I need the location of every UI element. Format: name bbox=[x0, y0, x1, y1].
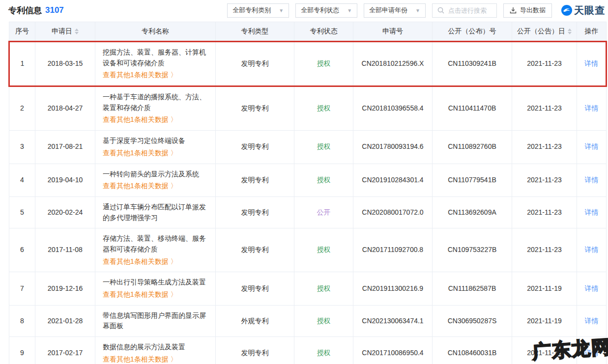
cell-application-number: CN201810396558.4 bbox=[353, 86, 433, 131]
cell-index: 3 bbox=[9, 131, 35, 164]
cell-index: 8 bbox=[9, 305, 35, 336]
cell-action: 详情 bbox=[577, 305, 607, 336]
related-data-link[interactable]: 查看其他1条相关数据 〉 bbox=[103, 148, 177, 159]
cell-publication-date: 2021-11-23 bbox=[512, 164, 577, 196]
sort-icon[interactable] bbox=[568, 28, 572, 34]
tianyancha-logo-text: 天眼查 bbox=[574, 4, 605, 17]
table-row: 1 2018-03-15 挖掘方法、装置、服务器、计算机设备和可读存储介质 查看… bbox=[9, 42, 607, 86]
col-patent-type: 专利类型 bbox=[216, 22, 294, 42]
cell-patent-type: 发明专利 bbox=[216, 131, 294, 164]
cell-patent-status: 公开 bbox=[294, 196, 353, 228]
cell-index: 9 bbox=[9, 337, 35, 364]
sort-icon[interactable] bbox=[75, 28, 79, 34]
cell-publication-number: CN113692609A bbox=[433, 196, 512, 228]
cell-publication-date: 2021-11-23 bbox=[512, 86, 577, 131]
related-data-link[interactable]: 查看其他1条相关数据 〉 bbox=[103, 354, 177, 364]
cell-publication-number: CN110309241B bbox=[433, 42, 512, 86]
cell-application-number: CN201710086950.4 bbox=[353, 337, 433, 364]
cell-index: 1 bbox=[9, 42, 35, 86]
table-row: 3 2017-08-21 基于深度学习定位终端设备 查看其他1条相关数据 〉 发… bbox=[9, 131, 607, 164]
related-data-link[interactable]: 查看其他1条相关数据 〉 bbox=[103, 256, 177, 267]
cell-index: 7 bbox=[9, 272, 35, 305]
cell-patent-type: 外观专利 bbox=[216, 305, 294, 336]
filter-patent-category[interactable]: 全部专利类别 ▼ bbox=[227, 3, 289, 18]
related-data-link[interactable]: 查看其他1条相关数据 〉 bbox=[103, 114, 177, 125]
patent-name: 通过订单车辆分布匹配以订单派发的多代理增强学习 bbox=[103, 202, 209, 223]
cell-publication-date: 2021-11-19 bbox=[512, 272, 577, 305]
search-input[interactable] bbox=[447, 6, 492, 15]
cell-application-number: CN201780093194.6 bbox=[353, 131, 433, 164]
cell-publication-date: 2021-11-23 bbox=[512, 196, 577, 228]
detail-link[interactable]: 详情 bbox=[585, 317, 599, 325]
export-data-button[interactable]: 导出数据 bbox=[503, 3, 552, 18]
cell-publication-date: 2021-11-23 bbox=[512, 228, 577, 272]
cell-index: 5 bbox=[9, 196, 35, 228]
tianyancha-logo-icon bbox=[561, 5, 572, 16]
cell-patent-name: 通过订单车辆分布匹配以订单派发的多代理增强学习 bbox=[95, 196, 216, 228]
cell-patent-status: 授权 bbox=[294, 337, 353, 364]
detail-link[interactable]: 详情 bbox=[585, 104, 599, 112]
cell-patent-name: 一种出行引导策略生成方法及装置 查看其他1条相关数据 〉 bbox=[95, 272, 216, 305]
patent-name: 基于深度学习定位终端设备 bbox=[103, 136, 209, 146]
related-data-link[interactable]: 查看其他1条相关数据 〉 bbox=[103, 181, 177, 192]
cell-patent-name: 基于深度学习定位终端设备 查看其他1条相关数据 〉 bbox=[95, 131, 216, 164]
table-row: 7 2019-12-16 一种出行引导策略生成方法及装置 查看其他1条相关数据 … bbox=[9, 272, 607, 305]
detail-link[interactable]: 详情 bbox=[585, 349, 599, 357]
detail-link[interactable]: 详情 bbox=[585, 142, 599, 150]
status-badge: 公开 bbox=[317, 208, 331, 216]
cell-patent-type: 发明专利 bbox=[216, 86, 294, 131]
filter-patent-status-label: 全部专利状态 bbox=[301, 6, 339, 15]
table-header-row: 序号 申请日 专利名称 专利类型 专利状态 申请号 公开（公布）号 公开（公告）… bbox=[9, 22, 607, 42]
col-patent-status: 专利状态 bbox=[294, 22, 353, 42]
cell-patent-type: 发明专利 bbox=[216, 337, 294, 364]
detail-link[interactable]: 详情 bbox=[585, 246, 599, 253]
cell-publication-number: CN110411470B bbox=[433, 86, 512, 131]
cell-patent-type: 发明专利 bbox=[216, 228, 294, 272]
cell-application-date: 2019-12-16 bbox=[35, 272, 95, 305]
cell-patent-status: 授权 bbox=[294, 272, 353, 305]
patent-name: 一种转向箭头的显示方法及系统 bbox=[103, 169, 209, 180]
cell-publication-number: CN108460031B bbox=[433, 337, 512, 364]
patent-name: 存储方法、装置、移动终端、服务器和可读存储介质 bbox=[103, 233, 209, 254]
related-data-link[interactable]: 查看其他1条相关数据 〉 bbox=[103, 70, 177, 81]
cell-application-date: 2017-11-08 bbox=[35, 228, 95, 272]
cell-application-number: CN202080017072.0 bbox=[353, 196, 433, 228]
patent-name: 一种基于车道的播报系统、方法、装置和存储介质 bbox=[103, 92, 209, 113]
toolbar: 专利信息 3107 全部专利类别 ▼ 全部专利状态 ▼ 全部申请年份 ▼ 导出数… bbox=[0, 0, 608, 21]
cell-patent-status: 授权 bbox=[294, 228, 353, 272]
filter-application-year[interactable]: 全部申请年份 ▼ bbox=[364, 3, 426, 18]
cell-patent-name: 带信息填写图形用户界面的显示屏幕面板 bbox=[95, 305, 216, 336]
detail-link[interactable]: 详情 bbox=[585, 284, 599, 292]
cell-action: 详情 bbox=[577, 86, 607, 131]
cell-application-number: CN202130063474.1 bbox=[353, 305, 433, 336]
cell-application-number: CN201911300216.9 bbox=[353, 272, 433, 305]
cell-publication-number: CN109753227B bbox=[433, 228, 512, 272]
cell-publication-date: 2021-11-19 bbox=[512, 337, 577, 364]
search-icon bbox=[437, 7, 444, 14]
cell-publication-number: CN306950287S bbox=[433, 305, 512, 336]
cell-action: 详情 bbox=[577, 196, 607, 228]
detail-link[interactable]: 详情 bbox=[584, 59, 598, 67]
detail-link[interactable]: 详情 bbox=[585, 176, 599, 184]
export-data-label: 导出数据 bbox=[520, 6, 546, 15]
cell-action: 详情 bbox=[577, 42, 607, 86]
related-data-link[interactable]: 查看其他1条相关数据 〉 bbox=[103, 289, 177, 300]
detail-link[interactable]: 详情 bbox=[585, 208, 599, 216]
filter-application-year-label: 全部申请年份 bbox=[369, 6, 407, 15]
cell-publication-number: CN110779541B bbox=[433, 164, 512, 196]
cell-patent-name: 挖掘方法、装置、服务器、计算机设备和可读存储介质 查看其他1条相关数据 〉 bbox=[95, 42, 216, 86]
cell-patent-name: 一种转向箭头的显示方法及系统 查看其他1条相关数据 〉 bbox=[95, 164, 216, 196]
patent-name: 带信息填写图形用户界面的显示屏幕面板 bbox=[103, 310, 209, 332]
toolbar-controls: 全部专利类别 ▼ 全部专利状态 ▼ 全部申请年份 ▼ 导出数据 bbox=[227, 3, 605, 18]
filter-patent-status[interactable]: 全部专利状态 ▼ bbox=[295, 3, 357, 18]
search-box[interactable] bbox=[432, 3, 497, 18]
cell-publication-date: 2021-11-23 bbox=[512, 131, 577, 164]
col-publication-number: 公开（公布）号 bbox=[433, 22, 512, 42]
cell-patent-type: 发明专利 bbox=[216, 42, 294, 86]
cell-application-date: 2018-03-15 bbox=[35, 42, 95, 86]
page-title: 专利信息 bbox=[8, 5, 42, 16]
tianyancha-logo[interactable]: 天眼查 bbox=[561, 4, 605, 17]
col-application-date[interactable]: 申请日 bbox=[35, 22, 95, 42]
status-badge: 授权 bbox=[317, 176, 331, 184]
col-publication-date[interactable]: 公开（公告）日 bbox=[512, 22, 577, 42]
